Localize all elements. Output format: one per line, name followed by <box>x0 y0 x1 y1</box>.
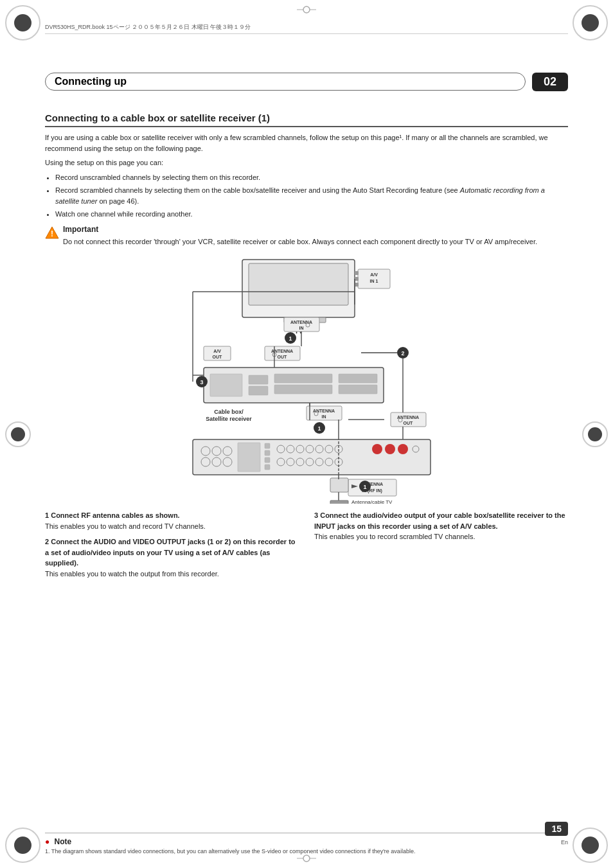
svg-rect-37 <box>249 386 268 395</box>
svg-point-85 <box>398 444 408 454</box>
corner-inner-bl <box>14 837 31 854</box>
bottom-crosshair-icon <box>297 854 316 863</box>
svg-rect-65 <box>265 443 270 448</box>
svg-text:A/V: A/V <box>370 272 378 277</box>
corner-inner-br <box>582 837 599 854</box>
corner-inner-tl <box>14 14 31 31</box>
step-1: 1 Connect RF antenna cables as shown. Th… <box>45 510 299 531</box>
svg-rect-66 <box>265 450 270 456</box>
header-title: Connecting up <box>45 73 526 91</box>
important-box: ! Important Do not connect this recorder… <box>45 225 568 247</box>
svg-text:IN: IN <box>299 326 304 330</box>
svg-rect-68 <box>265 465 270 470</box>
bullet-item-2: Record scrambled channels by selecting t… <box>55 185 568 206</box>
step-2: 2 Connect the AUDIO and VIDEO OUTPUT jac… <box>45 536 299 579</box>
svg-point-3 <box>303 855 310 862</box>
svg-rect-64 <box>238 443 260 472</box>
svg-point-83 <box>372 444 382 454</box>
svg-text:OUT: OUT <box>278 355 288 359</box>
step-1-title: 1 Connect RF antenna cables as shown. <box>45 511 180 519</box>
section-title: Connecting to a cable box or satellite r… <box>45 112 568 127</box>
svg-rect-15 <box>355 271 359 275</box>
note-icon: ● <box>45 837 49 846</box>
important-content: Important Do not connect this recorder '… <box>63 225 537 247</box>
svg-rect-57 <box>193 439 431 475</box>
step-3: 3 Connect the audio/video output of your… <box>314 510 568 542</box>
left-mid-decoration <box>5 421 31 447</box>
svg-rect-39 <box>274 385 332 394</box>
corner-inner-tr <box>582 14 599 31</box>
svg-text:Satellite receiver: Satellite receiver <box>206 416 252 422</box>
svg-rect-93 <box>330 478 348 492</box>
header-bar: Connecting up 02 <box>45 69 568 94</box>
svg-text:2: 2 <box>401 350 404 357</box>
top-crosshair-icon <box>297 5 316 14</box>
bullet-list: Record unscrambled channels by selecting… <box>55 172 568 220</box>
left-mid-inner <box>11 427 25 441</box>
svg-text:IN: IN <box>322 414 326 419</box>
bottom-mid-decoration <box>294 854 319 863</box>
step-3-body: This enables you to record scrambled TV … <box>314 533 475 540</box>
bullet-item-3: Watch one channel while recording anothe… <box>55 209 568 220</box>
step-1-body: This enables you to watch and record TV … <box>45 522 206 530</box>
svg-text:!: ! <box>51 229 53 238</box>
intro-text-2: Using the setup on this page you can: <box>45 157 568 168</box>
steps-section: 1 Connect RF antenna cables as shown. Th… <box>45 510 568 584</box>
svg-text:IN 1: IN 1 <box>370 279 378 283</box>
note-text: 1. The diagram shows standard video conn… <box>45 848 415 855</box>
svg-rect-36 <box>249 375 268 384</box>
svg-rect-35 <box>210 374 242 396</box>
step-2-body: This enables you to watch the output fro… <box>45 570 219 578</box>
svg-text:3: 3 <box>200 379 203 385</box>
bullet-item-1: Record unscrambled channels by selecting… <box>55 172 568 183</box>
svg-text:Antenna/cable TV: Antenna/cable TV <box>351 499 393 504</box>
svg-text:OUT: OUT <box>404 421 414 425</box>
note-section: ● Note 1. The diagram shows standard vid… <box>45 833 568 855</box>
note-label: Note <box>55 837 72 846</box>
svg-text:1: 1 <box>289 335 292 342</box>
connection-diagram: TV A/V IN 1 ANTENNA IN 1 ANTENNA OUT <box>136 253 477 504</box>
svg-rect-9 <box>249 263 348 305</box>
page-lang: En <box>561 839 568 846</box>
step-3-title: 3 Connect the audio/video output of your… <box>314 511 565 530</box>
step-2-title: 2 Connect the AUDIO and VIDEO OUTPUT jac… <box>45 538 296 567</box>
right-mid-inner <box>588 427 602 441</box>
svg-point-84 <box>385 444 395 454</box>
meta-line: DVR530HS_RDR.book 15ページ ２００５年５月２６日 木曜日 午… <box>45 23 568 34</box>
svg-rect-67 <box>265 457 270 463</box>
step-right-column: 3 Connect the audio/video output of your… <box>314 510 568 584</box>
important-text: Do not connect this recorder 'through' y… <box>63 236 537 247</box>
svg-text:OUT: OUT <box>213 355 223 359</box>
intro-text-1: If you are using a cable box or satellit… <box>45 132 568 154</box>
svg-text:ANTENNA: ANTENNA <box>313 409 335 413</box>
svg-text:1: 1 <box>363 484 366 490</box>
svg-rect-41 <box>339 385 377 394</box>
diagram-area: TV A/V IN 1 ANTENNA IN 1 ANTENNA OUT <box>45 253 568 504</box>
svg-text:Cable box/: Cable box/ <box>214 409 244 415</box>
right-mid-decoration <box>582 421 608 447</box>
main-content: Connecting to a cable box or satellite r… <box>45 106 568 823</box>
svg-rect-40 <box>339 374 377 383</box>
svg-rect-17 <box>355 283 359 287</box>
svg-rect-38 <box>274 374 332 383</box>
svg-point-0 <box>303 6 310 13</box>
svg-text:ANTENNA: ANTENNA <box>397 415 419 420</box>
page-number: 15 <box>545 822 568 836</box>
svg-text:A/V: A/V <box>213 349 221 353</box>
important-label: Important <box>63 225 537 234</box>
chapter-badge: 02 <box>532 73 568 91</box>
svg-rect-95 <box>330 500 348 504</box>
top-mid-decoration <box>294 5 319 14</box>
svg-text:1: 1 <box>317 425 321 432</box>
svg-rect-16 <box>355 277 359 281</box>
step-left-column: 1 Connect RF antenna cables as shown. Th… <box>45 510 299 584</box>
important-icon: ! <box>45 226 59 242</box>
